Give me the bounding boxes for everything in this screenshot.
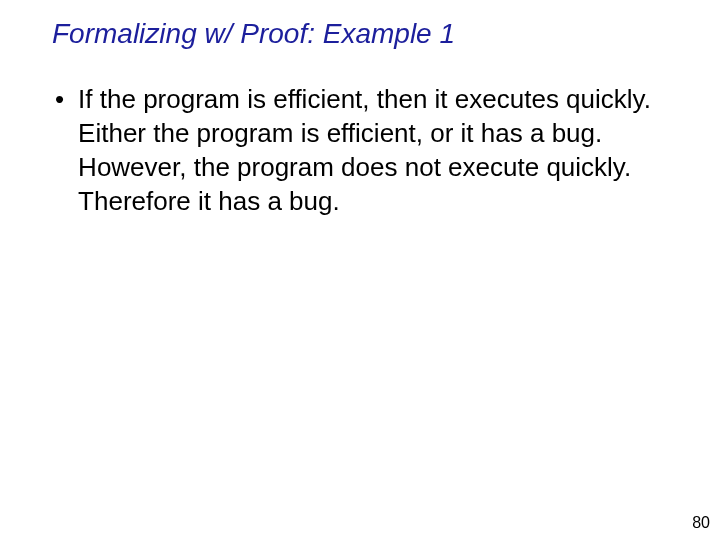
page-number: 80	[692, 514, 710, 532]
bullet-text: If the program is efficient, then it exe…	[78, 82, 670, 218]
bullet-marker: •	[55, 82, 64, 116]
slide-body: • If the program is efficient, then it e…	[55, 82, 670, 218]
slide: Formalizing w/ Proof: Example 1 • If the…	[0, 0, 720, 540]
slide-title: Formalizing w/ Proof: Example 1	[52, 18, 455, 50]
bullet-item: • If the program is efficient, then it e…	[55, 82, 670, 218]
